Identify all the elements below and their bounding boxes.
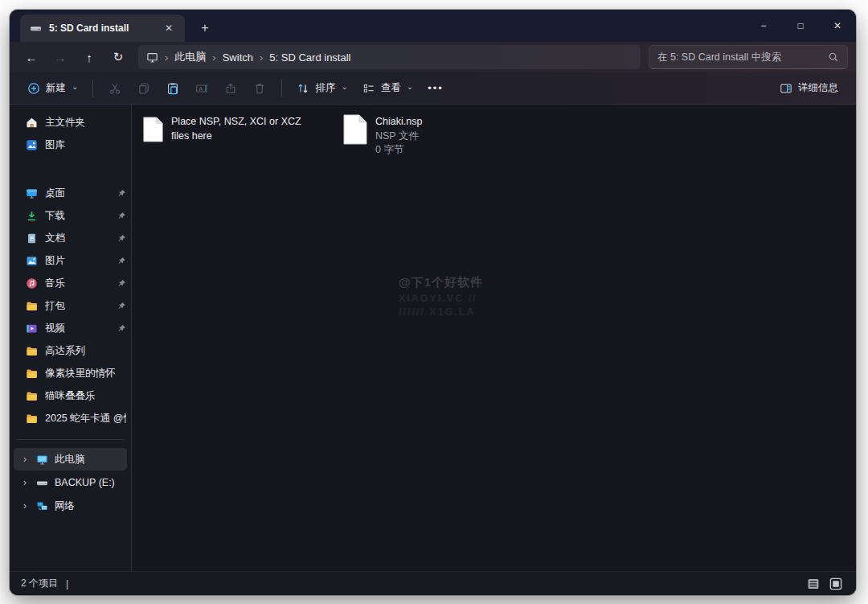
navigation-pane: 主文件夹 图库 桌面 [10, 105, 132, 571]
share-button[interactable] [217, 76, 244, 101]
crumb-separator: › [260, 51, 263, 64]
file-list-area[interactable]: Place NSP, NSZ, XCI or XCZ files here Ch… [132, 105, 856, 571]
sidebar-item-backup-drive[interactable]: › BACKUP (E:) [14, 471, 127, 494]
paste-icon [166, 82, 179, 95]
maximize-button[interactable]: □ [782, 10, 819, 42]
sort-icon [297, 82, 309, 95]
expand-chevron-icon[interactable]: › [20, 454, 30, 465]
file-name: Chiaki.nsp [375, 115, 422, 129]
sort-label: 排序 [315, 81, 335, 95]
pin-icon [117, 324, 126, 333]
file-tile-placeholder[interactable]: Place NSP, NSZ, XCI or XCZ files here [143, 114, 316, 145]
watermark-line3: ////// X1G.LA [399, 306, 483, 318]
pin-icon [117, 189, 126, 198]
file-explorer-window: 5: SD Card install ✕ + − □ ✕ ← → ↑ ↻ › 此… [10, 10, 856, 595]
address-bar-row: ← → ↑ ↻ › 此电脑 › Switch › 5: SD Card inst… [10, 42, 856, 72]
chevron-down-icon: ⌄ [72, 83, 78, 91]
copy-icon [137, 82, 150, 95]
up-button[interactable]: ↑ [76, 45, 103, 69]
search-icon [828, 51, 839, 63]
view-label: 查看 [381, 81, 401, 95]
crumb-this-pc[interactable]: 此电脑 [174, 50, 206, 64]
copy-button[interactable] [130, 76, 158, 101]
sidebar-item-2025-folder[interactable]: 2025 蛇年卡通 @情 [10, 407, 131, 429]
minimize-button[interactable]: − [745, 10, 782, 42]
file-icon [143, 114, 163, 145]
svg-text:A: A [199, 85, 203, 91]
folder-icon [26, 300, 38, 312]
sidebar-item-home[interactable]: 主文件夹 [10, 111, 131, 134]
paste-button[interactable] [159, 76, 186, 101]
rename-button[interactable]: A [188, 76, 215, 101]
cut-icon [108, 82, 121, 95]
chevron-down-icon: ⌄ [407, 83, 413, 91]
view-icon [362, 82, 375, 95]
refresh-button[interactable]: ↻ [104, 45, 132, 69]
cut-button[interactable] [101, 76, 129, 101]
share-icon [224, 82, 237, 95]
videos-icon [26, 323, 38, 335]
pin-icon [117, 212, 126, 220]
sidebar-item-pixel-folder[interactable]: 像素块里的情怀 [10, 362, 131, 384]
gallery-icon [26, 139, 38, 151]
sidebar-item-videos[interactable]: 视频 [10, 317, 131, 339]
delete-button[interactable] [246, 76, 273, 101]
sidebar-item-desktop[interactable]: 桌面 [10, 182, 131, 204]
details-pane-button[interactable]: 详细信息 [773, 76, 845, 101]
sidebar-gap [10, 156, 131, 182]
sidebar-item-this-pc[interactable]: › 此电脑 [14, 448, 127, 470]
new-label: 新建 [46, 81, 66, 95]
folder-icon [26, 368, 38, 380]
sidebar-item-cat-folder[interactable]: 猫咪叠叠乐 [10, 384, 131, 407]
sidebar-item-downloads[interactable]: 下载 [10, 204, 131, 227]
sidebar-item-gundam-folder[interactable]: 高达系列 [10, 339, 131, 362]
trash-icon [253, 82, 266, 95]
sidebar-divider [16, 439, 125, 440]
folder-icon [26, 390, 38, 402]
search-placeholder: 在 5: SD Card install 中搜索 [657, 51, 828, 64]
details-view-icon [807, 577, 820, 590]
thumbnail-view-button[interactable] [827, 576, 845, 592]
thumbnail-view-icon [829, 577, 842, 590]
sidebar-item-dabao-folder[interactable]: 打包 [10, 294, 131, 317]
sidebar-item-pictures[interactable]: 图片 [10, 249, 131, 272]
expand-chevron-icon[interactable]: › [20, 500, 30, 512]
expand-chevron-icon[interactable]: › [20, 477, 30, 488]
file-size: 0 字节 [375, 143, 422, 158]
close-button[interactable]: ✕ [819, 10, 856, 42]
crumb-current[interactable]: 5: SD Card install [269, 51, 350, 64]
tab-sd-card-install[interactable]: 5: SD Card install ✕ [20, 14, 185, 42]
sidebar-item-documents[interactable]: 文档 [10, 227, 131, 249]
file-tile-chiaki[interactable]: Chiaki.nsp NSP 文件 0 字节 [343, 114, 422, 158]
search-input[interactable]: 在 5: SD Card install 中搜索 [649, 45, 848, 69]
toolbar-divider [281, 80, 282, 97]
watermark-line2: XIAOYI.VC // [399, 293, 483, 304]
view-button[interactable]: 查看 ⌄ [356, 76, 420, 101]
watermark: @下1个好软件 XIAOYI.VC // ////// X1G.LA [399, 275, 483, 318]
downloads-icon [26, 210, 38, 222]
sort-button[interactable]: 排序 ⌄ [290, 76, 354, 101]
documents-icon [26, 232, 38, 244]
sidebar-item-music[interactable]: 音乐 [10, 272, 131, 294]
breadcrumb[interactable]: › 此电脑 › Switch › 5: SD Card install [138, 45, 641, 69]
sidebar-item-network[interactable]: › 网络 [14, 495, 127, 517]
folder-icon [26, 345, 38, 357]
forward-button[interactable]: → [47, 45, 74, 69]
toolbar-divider [92, 80, 93, 97]
status-bar: 2 个项目 | [10, 571, 856, 595]
watermark-line1: @下1个好软件 [399, 275, 483, 290]
crumb-switch[interactable]: Switch [223, 51, 253, 64]
crumb-separator: › [165, 51, 168, 64]
sidebar-item-gallery[interactable]: 图库 [10, 134, 131, 156]
details-pane-icon [780, 82, 792, 95]
new-button[interactable]: 新建 ⌄ [21, 76, 84, 101]
pin-icon [117, 257, 126, 265]
home-icon [26, 117, 38, 129]
back-button[interactable]: ← [18, 45, 45, 69]
rename-icon: A [195, 82, 208, 95]
details-view-button[interactable] [805, 576, 822, 592]
tab-close-button[interactable]: ✕ [161, 21, 177, 35]
more-options-button[interactable]: ••• [421, 76, 450, 101]
new-tab-button[interactable]: + [193, 17, 217, 39]
title-bar: 5: SD Card install ✕ + − □ ✕ [10, 10, 856, 42]
